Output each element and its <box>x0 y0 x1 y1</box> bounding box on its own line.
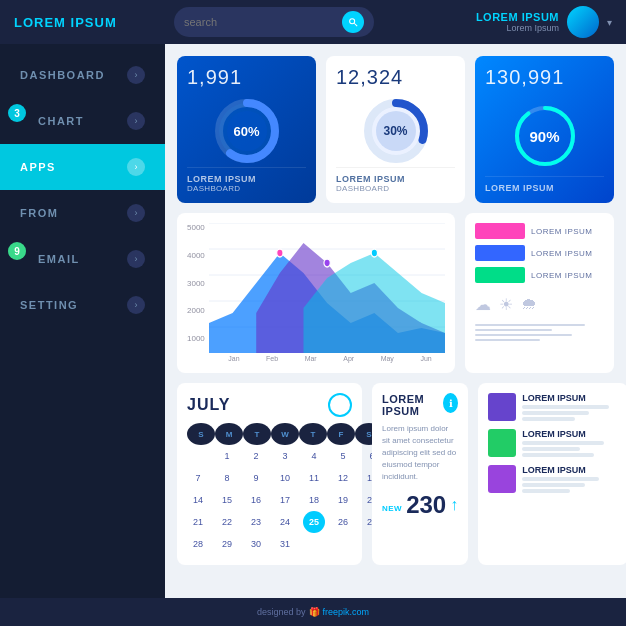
x-label: Jun <box>420 355 431 362</box>
chevron-right-icon: › <box>127 204 145 222</box>
email-badge: 9 <box>8 242 26 260</box>
text-card-number: 230 <box>406 491 446 519</box>
user-sub: Lorem Ipsum <box>476 23 559 33</box>
calendar-week: 14 15 16 17 18 19 20 <box>187 489 383 511</box>
chevron-down-icon[interactable]: ▾ <box>607 17 612 28</box>
search-bar[interactable] <box>174 7 374 37</box>
cal-day[interactable]: 3 <box>274 445 296 467</box>
chevron-right-icon: › <box>127 296 145 314</box>
weather-icons: ☁ ☀ 🌧 <box>475 295 604 314</box>
cal-day-today[interactable]: 25 <box>303 511 325 533</box>
footer-text: designed by <box>257 607 306 617</box>
sidebar-item-dashboard[interactable]: DASHBOARD › <box>0 52 165 98</box>
gift-icon: 🎁 <box>309 607 320 617</box>
sidebar-item-setting[interactable]: SETTING › <box>0 282 165 328</box>
y-label: 5000 <box>187 223 205 232</box>
avatar[interactable] <box>567 6 599 38</box>
area-chart-svg <box>209 223 445 353</box>
chevron-right-icon: › <box>127 250 145 268</box>
text-card-title: LOREM IPSUM <box>382 393 443 417</box>
day-header: M <box>215 423 243 445</box>
cal-day[interactable]: 23 <box>245 511 267 533</box>
donut-chart-1: 60% <box>211 95 283 167</box>
card-footer-sub-2: DASHBOARD <box>336 184 455 193</box>
text-card: LOREM IPSUM ℹ Lorem ipsum dolor sit amet… <box>372 383 468 565</box>
day-header: S <box>187 423 215 445</box>
cal-day[interactable]: 1 <box>216 445 238 467</box>
cal-day[interactable]: 9 <box>245 467 267 489</box>
footer-link[interactable]: freepik.com <box>323 607 370 617</box>
content-area: 1,991 60% LOREM IPSUM DASHBOARD <box>165 44 626 598</box>
sidebar-item-chart[interactable]: 3 CHART › <box>0 98 165 144</box>
list-item-2: LOREM IPSUM <box>488 429 618 457</box>
donut-chart-2: 30% <box>360 95 432 167</box>
x-label: May <box>381 355 394 362</box>
list-item-line <box>522 453 594 457</box>
search-icon[interactable] <box>342 11 364 33</box>
cloud-icon: ☁ <box>475 295 491 314</box>
cal-day[interactable]: 21 <box>187 511 209 533</box>
footer: designed by 🎁 freepik.com <box>0 598 626 626</box>
list-item-line <box>522 411 589 415</box>
cal-day[interactable]: 24 <box>274 511 296 533</box>
cal-day[interactable]: 10 <box>274 467 296 489</box>
main-layout: DASHBOARD › 3 CHART › APPS › FROM › 9 EM… <box>0 44 626 598</box>
search-input[interactable] <box>184 16 336 28</box>
stat-card-1: 1,991 60% LOREM IPSUM DASHBOARD <box>177 56 316 203</box>
sidebar-item-label: DASHBOARD <box>20 69 105 81</box>
cal-day[interactable]: 16 <box>245 489 267 511</box>
cal-day[interactable]: 31 <box>274 533 296 555</box>
cal-day[interactable]: 18 <box>303 489 325 511</box>
sidebar-item-email[interactable]: 9 EMAIL › <box>0 236 165 282</box>
list-card: LOREM IPSUM LOREM IPSUM <box>478 383 626 565</box>
y-axis-labels: 5000 4000 3000 2000 1000 <box>187 223 205 343</box>
sidebar-item-apps[interactable]: APPS › <box>0 144 165 190</box>
cal-day[interactable]: 19 <box>332 489 354 511</box>
chart-badge: 3 <box>8 104 26 122</box>
cal-day[interactable]: 15 <box>216 489 238 511</box>
cal-day[interactable]: 28 <box>187 533 209 555</box>
sidebar-item-label: CHART <box>38 115 84 127</box>
cal-day[interactable]: 5 <box>332 445 354 467</box>
chevron-right-icon: › <box>127 158 145 176</box>
arrow-up-icon: ↑ <box>450 496 458 514</box>
sidebar-item-from[interactable]: FROM › <box>0 190 165 236</box>
cal-day[interactable]: 12 <box>332 467 354 489</box>
cal-day[interactable] <box>187 445 209 467</box>
cal-day[interactable]: 4 <box>303 445 325 467</box>
cal-day[interactable]: 14 <box>187 489 209 511</box>
y-label: 4000 <box>187 251 205 260</box>
info-badge[interactable]: ℹ <box>443 393 458 413</box>
cal-day[interactable]: 7 <box>187 467 209 489</box>
sidebar: DASHBOARD › 3 CHART › APPS › FROM › 9 EM… <box>0 44 165 598</box>
list-item-line <box>522 489 570 493</box>
list-item-lines <box>522 477 618 493</box>
donut-chart-3: 90% <box>509 100 581 172</box>
stat-number-2: 12,324 <box>336 66 403 89</box>
day-header: F <box>327 423 355 445</box>
calendar-week: 21 22 23 24 25 26 27 <box>187 511 383 533</box>
cal-day[interactable]: 8 <box>216 467 238 489</box>
day-header: W <box>271 423 299 445</box>
y-label: 1000 <box>187 334 205 343</box>
cal-day[interactable]: 26 <box>332 511 354 533</box>
cal-day[interactable]: 22 <box>216 511 238 533</box>
chevron-right-icon: › <box>127 66 145 84</box>
legend-card: LOREM IPSUM LOREM IPSUM LOREM IPSUM ☁ ☀ … <box>465 213 614 373</box>
day-header: T <box>299 423 327 445</box>
sidebar-item-label: SETTING <box>20 299 78 311</box>
sidebar-item-label: FROM <box>20 207 58 219</box>
card-footer-title-2: LOREM IPSUM <box>336 174 455 184</box>
list-item-line <box>522 405 608 409</box>
card-footer-sub-1: DASHBOARD <box>187 184 306 193</box>
cal-day[interactable]: 29 <box>216 533 238 555</box>
list-item-title: LOREM IPSUM <box>522 393 618 403</box>
list-item-content: LOREM IPSUM <box>522 393 618 421</box>
cal-day[interactable]: 17 <box>274 489 296 511</box>
text-card-body: Lorem ipsum dolor sit amet consectetur a… <box>382 423 458 483</box>
cal-day[interactable]: 2 <box>245 445 267 467</box>
cal-day[interactable]: 30 <box>245 533 267 555</box>
cal-day[interactable]: 11 <box>303 467 325 489</box>
text-card-new-label: NEW <box>382 504 402 513</box>
area-chart-card: 5000 4000 3000 2000 1000 <box>177 213 455 373</box>
